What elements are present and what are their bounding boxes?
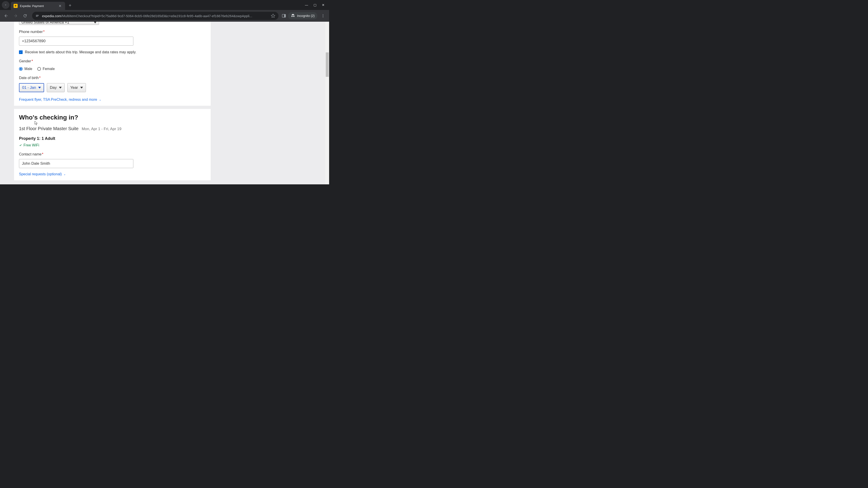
country-code-select[interactable]: United States of America +1 — [19, 22, 99, 25]
check-icon — [19, 144, 22, 147]
bookmark-star-icon[interactable] — [271, 13, 275, 18]
tab-close-button[interactable]: ✕ — [58, 3, 62, 8]
gender-radio-group: Male Female — [19, 67, 206, 71]
address-bar[interactable]: expedia.com/MultiItemCheckout?tripid=5c7… — [32, 12, 278, 20]
arrow-right-icon — [13, 13, 18, 18]
reload-icon — [23, 13, 27, 18]
gender-female-option[interactable]: Female — [37, 67, 55, 71]
maximize-button[interactable]: ▢ — [313, 3, 316, 7]
browser-toolbar: expedia.com/MultiItemCheckout?tripid=5c7… — [0, 10, 329, 22]
new-tab-button[interactable]: + — [69, 3, 71, 8]
dob-day-select[interactable]: Day — [47, 83, 64, 92]
tab-favicon: ✈ — [13, 4, 18, 8]
incognito-icon — [291, 13, 295, 18]
kebab-icon — [321, 14, 325, 18]
minimize-button[interactable]: ― — [305, 3, 308, 7]
browser-menu-button[interactable] — [319, 12, 327, 20]
gender-male-option[interactable]: Male — [19, 67, 32, 71]
chevron-down-icon — [59, 87, 62, 89]
dob-month-select[interactable]: 01 - Jan — [19, 83, 44, 92]
double-chevron-down-icon: ⌄ — [64, 173, 66, 176]
browser-titlebar: ✈ Expedia: Payment ✕ + ― ▢ ✕ — [0, 0, 329, 10]
page-viewport: United States of America +1 Phone number… — [0, 22, 329, 184]
phone-input[interactable] — [19, 37, 133, 46]
section-divider — [14, 106, 211, 109]
radio-checked-icon — [19, 67, 23, 71]
room-dates: Mon, Apr 1 - Fri, Apr 19 — [82, 127, 121, 131]
phone-label: Phone number* — [19, 30, 206, 34]
chevron-down-icon — [4, 3, 7, 6]
contact-name-input[interactable] — [19, 159, 133, 168]
room-name: 1st Floor Private Master Suite — [19, 126, 79, 131]
reload-button[interactable] — [21, 12, 29, 20]
forward-button[interactable] — [12, 12, 20, 20]
close-window-button[interactable]: ✕ — [322, 3, 324, 7]
contact-name-label: Contact name* — [19, 152, 206, 156]
text-alerts-label: Receive text alerts about this trip. Mes… — [25, 50, 136, 54]
radio-unchecked-icon — [37, 67, 41, 71]
property-occupancy: Property 1: 1 Adult — [19, 136, 206, 141]
special-requests-expand[interactable]: Special requests (optional) ⌄ — [19, 172, 206, 176]
country-code-value: United States of America +1 — [22, 22, 69, 25]
svg-point-3 — [323, 15, 323, 16]
site-settings-icon[interactable] — [35, 14, 39, 18]
amenity-wifi: Free WiFi — [19, 143, 206, 147]
chevron-down-icon — [94, 22, 96, 24]
dob-select-group: 01 - Jan Day Year — [19, 83, 206, 92]
gender-label: Gender* — [19, 59, 206, 63]
browser-tab[interactable]: ✈ Expedia: Payment ✕ — [11, 2, 65, 10]
window-controls: ― ▢ ✕ — [305, 3, 327, 7]
traveler-form-card: United States of America +1 Phone number… — [14, 22, 211, 180]
frequent-flyer-expand[interactable]: Frequent flyer, TSA PreCheck, redress an… — [19, 98, 206, 102]
checkin-heading: Who's checking in? — [19, 114, 206, 121]
chevron-down-icon — [80, 87, 83, 89]
arrow-left-icon — [4, 13, 8, 18]
dob-label: Date of birth* — [19, 76, 206, 80]
page-scrollbar-thumb[interactable] — [326, 53, 329, 77]
check-icon — [20, 51, 22, 54]
svg-point-2 — [323, 14, 323, 15]
page-scrollbar-track[interactable] — [325, 22, 329, 184]
text-alerts-row[interactable]: Receive text alerts about this trip. Mes… — [19, 50, 206, 54]
double-chevron-down-icon: ⌄ — [99, 98, 101, 101]
room-summary: 1st Floor Private Master Suite Mon, Apr … — [19, 126, 206, 131]
tab-title: Expedia: Payment — [20, 4, 58, 8]
chevron-down-icon — [38, 87, 41, 89]
text-alerts-checkbox[interactable] — [19, 51, 23, 54]
svg-rect-1 — [284, 14, 286, 17]
incognito-badge[interactable]: Incognito (2) — [288, 12, 317, 20]
url-text: expedia.com/MultiItemCheckout?tripid=5c7… — [42, 14, 268, 18]
dob-year-select[interactable]: Year — [67, 83, 86, 92]
svg-point-4 — [323, 17, 323, 18]
tab-search-button[interactable] — [2, 1, 9, 9]
incognito-label: Incognito (2) — [297, 14, 315, 18]
back-button[interactable] — [2, 12, 10, 20]
side-panel-icon[interactable] — [282, 13, 286, 18]
